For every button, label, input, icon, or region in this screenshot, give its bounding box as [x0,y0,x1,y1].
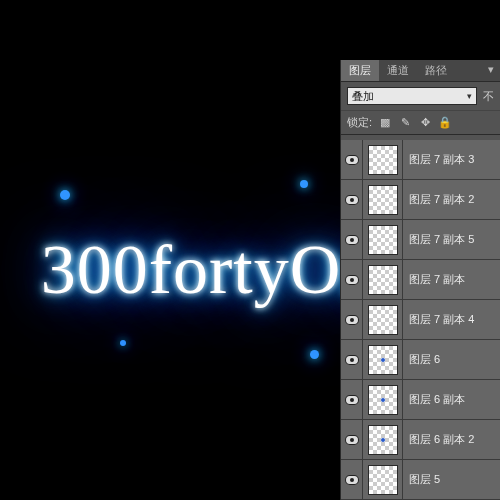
panel-tab-strip: 图层 通道 路径 ▾ [341,60,500,82]
layer-thumbnail-cell[interactable] [363,340,403,379]
visibility-toggle[interactable] [341,380,363,419]
chevron-down-icon: ▾ [467,91,472,101]
lock-row: 锁定: ▩ ✎ ✥ 🔒 [341,110,500,135]
visibility-toggle[interactable] [341,300,363,339]
panel-menu-button[interactable]: ▾ [455,60,500,81]
layer-thumbnail-cell[interactable] [363,260,403,299]
layer-thumbnail [368,225,398,255]
layer-thumbnail [368,385,398,415]
visibility-toggle[interactable] [341,260,363,299]
lock-label: 锁定: [347,115,372,130]
layer-thumbnail [368,145,398,175]
layer-thumbnail-cell[interactable] [363,420,403,459]
eye-icon [345,235,359,245]
tab-layers[interactable]: 图层 [341,60,379,81]
layer-row[interactable]: 图层 6 [341,340,500,380]
layer-thumbnail [368,305,398,335]
layer-thumbnail [368,345,398,375]
layer-thumbnail [368,425,398,455]
layer-row[interactable]: 图层 7 副本 3 [341,140,500,180]
visibility-toggle[interactable] [341,420,363,459]
layer-name[interactable]: 图层 6 [403,352,500,367]
layer-name[interactable]: 图层 7 副本 4 [403,312,500,327]
light-particle [310,350,319,359]
layer-thumbnail-cell[interactable] [363,300,403,339]
visibility-toggle[interactable] [341,140,363,179]
lock-transparency-icon[interactable]: ▩ [378,116,392,130]
thumbnail-content-dot [381,358,385,362]
blend-mode-value: 叠加 [352,89,374,104]
eye-icon [345,315,359,325]
layer-name[interactable]: 图层 7 副本 3 [403,152,500,167]
layer-thumbnail-cell[interactable] [363,460,403,499]
eye-icon [345,475,359,485]
layers-panel: 图层 通道 路径 ▾ 叠加 ▾ 不 锁定: ▩ ✎ ✥ 🔒 图层 7 副本 3图… [340,60,500,500]
thumbnail-content-dot [381,438,385,442]
layer-thumbnail-cell[interactable] [363,180,403,219]
layer-row[interactable]: 图层 7 副本 4 [341,300,500,340]
eye-icon [345,435,359,445]
layer-row[interactable]: 图层 7 副本 [341,260,500,300]
layer-row[interactable]: 图层 7 副本 5 [341,220,500,260]
layer-thumbnail-cell[interactable] [363,140,403,179]
visibility-toggle[interactable] [341,180,363,219]
layer-name[interactable]: 图层 5 [403,472,500,487]
tab-channels[interactable]: 通道 [379,60,417,81]
visibility-toggle[interactable] [341,220,363,259]
layer-thumbnail [368,265,398,295]
visibility-toggle[interactable] [341,460,363,499]
eye-icon [345,395,359,405]
lock-pixels-icon[interactable]: ✎ [398,116,412,130]
blend-mode-row: 叠加 ▾ 不 [341,82,500,110]
layer-thumbnail [368,465,398,495]
layer-row[interactable]: 图层 7 副本 2 [341,180,500,220]
eye-icon [345,155,359,165]
layer-row[interactable]: 图层 5 [341,460,500,500]
layer-row[interactable]: 图层 6 副本 [341,380,500,420]
layer-thumbnail-cell[interactable] [363,220,403,259]
layer-thumbnail [368,185,398,215]
layers-list: 图层 7 副本 3图层 7 副本 2图层 7 副本 5图层 7 副本图层 7 副… [341,140,500,500]
blend-mode-select[interactable]: 叠加 ▾ [347,87,477,105]
lock-position-icon[interactable]: ✥ [418,116,432,130]
layer-name[interactable]: 图层 7 副本 5 [403,232,500,247]
layer-name[interactable]: 图层 6 副本 [403,392,500,407]
layer-row[interactable]: 图层 6 副本 2 [341,420,500,460]
light-particle [300,180,308,188]
thumbnail-content-dot [381,398,385,402]
layer-thumbnail-cell[interactable] [363,380,403,419]
eye-icon [345,355,359,365]
light-particle [120,340,126,346]
opacity-label-fragment: 不 [483,89,494,104]
layer-name[interactable]: 图层 6 副本 2 [403,432,500,447]
visibility-toggle[interactable] [341,340,363,379]
lock-all-icon[interactable]: 🔒 [438,116,452,130]
eye-icon [345,195,359,205]
layer-name[interactable]: 图层 7 副本 [403,272,500,287]
layer-name[interactable]: 图层 7 副本 2 [403,192,500,207]
light-particle [60,190,70,200]
tab-paths[interactable]: 路径 [417,60,455,81]
eye-icon [345,275,359,285]
